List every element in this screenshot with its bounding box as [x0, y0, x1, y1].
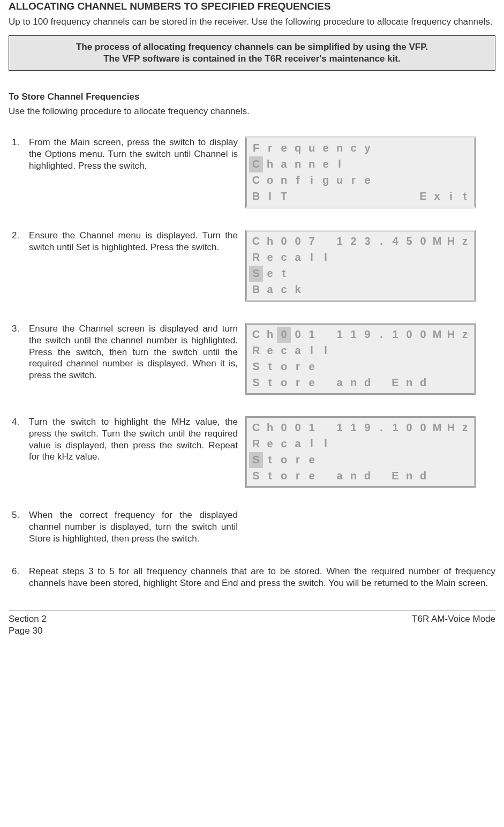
lcd-cell: d [416, 375, 430, 391]
lcd-cell: c [277, 282, 291, 298]
lcd-cell [319, 452, 333, 468]
lcd-cell [416, 140, 430, 156]
lcd-cell: C [249, 156, 263, 172]
lcd-cell: . [374, 420, 388, 436]
lcd-cell: 0 [291, 420, 305, 436]
lcd-cell [416, 359, 430, 375]
lcd-cell [347, 250, 360, 266]
lcd-cell: z [458, 420, 472, 436]
lcd-cell: M [430, 420, 444, 436]
lcd-cell [388, 452, 402, 468]
lcd-cell: d [360, 468, 374, 484]
lcd-cell [305, 282, 319, 298]
lcd-cell: n [277, 172, 291, 189]
lcd-cell [402, 436, 416, 452]
lcd-cell: r [291, 468, 305, 484]
lcd-cell: S [249, 266, 263, 282]
lcd-cell: 0 [402, 420, 416, 436]
lcd-cell [458, 156, 472, 172]
lcd-cell: e [305, 375, 319, 391]
lcd-cell: o [277, 468, 291, 484]
lcd-cell: o [277, 452, 291, 468]
lcd-cell: a [333, 468, 347, 484]
lcd-row: Store [249, 359, 472, 375]
sub-heading: To Store Channel Frequencies [9, 91, 495, 103]
lcd-cell: h [263, 234, 277, 250]
lcd-cell: r [291, 375, 305, 391]
footer-section: Section 2 [9, 613, 47, 625]
lcd-row: StoreandEnd [249, 375, 472, 391]
lcd-cell [319, 234, 333, 250]
lcd-cell [444, 266, 458, 282]
lcd-cell [388, 436, 402, 452]
lcd-cell [444, 359, 458, 375]
lcd-cell [305, 189, 319, 205]
lcd-cell [319, 282, 333, 298]
lcd-cell: o [277, 375, 291, 391]
step: When the correct frequency for the displ… [9, 509, 495, 544]
lcd-cell [444, 375, 458, 391]
lcd-cell: 2 [347, 234, 360, 250]
lcd-cell [388, 343, 402, 359]
lcd-cell: M [430, 327, 444, 343]
lcd-display: Ch001119.100MHzRecallStoreStoreandEnd [245, 323, 476, 395]
lcd-cell [319, 359, 333, 375]
page-heading: ALLOCATING CHANNEL NUMBERS TO SPECIFIED … [9, 0, 495, 13]
lcd-cell [416, 172, 430, 189]
lcd-cell [444, 282, 458, 298]
lcd-cell [374, 140, 388, 156]
lcd-cell [388, 359, 402, 375]
lcd-cell: R [249, 343, 263, 359]
lcd-cell: l [333, 156, 347, 172]
lcd-cell: 1 [388, 327, 402, 343]
lcd-cell: 0 [416, 234, 430, 250]
lcd-cell [347, 452, 360, 468]
lcd-cell: . [374, 327, 388, 343]
lcd-cell: e [319, 140, 333, 156]
lcd-cell: 1 [305, 327, 319, 343]
lcd-cell: x [430, 189, 444, 205]
lcd-cell: l [305, 250, 319, 266]
lcd-cell: e [263, 343, 277, 359]
step-text: When the correct frequency for the displ… [29, 509, 238, 544]
lcd-cell [430, 468, 444, 484]
footer-model: T6R AM-Voice Mode [412, 613, 495, 637]
lcd-cell: r [347, 172, 360, 189]
lcd-cell [333, 436, 347, 452]
lcd-cell: E [388, 375, 402, 391]
lcd-cell: 1 [388, 420, 402, 436]
lcd-cell: r [263, 140, 277, 156]
lcd-cell: h [263, 327, 277, 343]
lcd-cell: S [249, 375, 263, 391]
lcd-cell [374, 436, 388, 452]
lcd-row: Recall [249, 436, 472, 452]
lcd-cell: 0 [277, 234, 291, 250]
lcd-cell: R [249, 250, 263, 266]
lcd-cell: z [458, 327, 472, 343]
lcd-cell: e [305, 452, 319, 468]
lcd-cell [430, 156, 444, 172]
lcd-cell [347, 156, 360, 172]
lcd-cell [333, 282, 347, 298]
lcd-cell: 1 [305, 420, 319, 436]
lcd-cell: S [249, 359, 263, 375]
lcd-row: Ch001119.100MHz [249, 420, 472, 436]
lcd-cell: d [360, 375, 374, 391]
lcd-cell: n [402, 375, 416, 391]
lcd-cell [333, 359, 347, 375]
note-box: The process of allocating frequency chan… [9, 35, 495, 71]
lcd-cell: o [277, 359, 291, 375]
lcd-cell [458, 375, 472, 391]
lcd-cell: S [249, 468, 263, 484]
lcd-cell [374, 250, 388, 266]
lcd-cell [374, 172, 388, 189]
lcd-cell: n [291, 156, 305, 172]
lcd-cell [444, 140, 458, 156]
step-text: Ensure the Channel screen is displayed a… [29, 323, 238, 381]
lcd-cell: 1 [347, 327, 360, 343]
lcd-cell [458, 452, 472, 468]
lcd-cell [374, 359, 388, 375]
lcd-cell: n [402, 468, 416, 484]
lcd-cell [430, 282, 444, 298]
lcd-cell: 0 [416, 327, 430, 343]
